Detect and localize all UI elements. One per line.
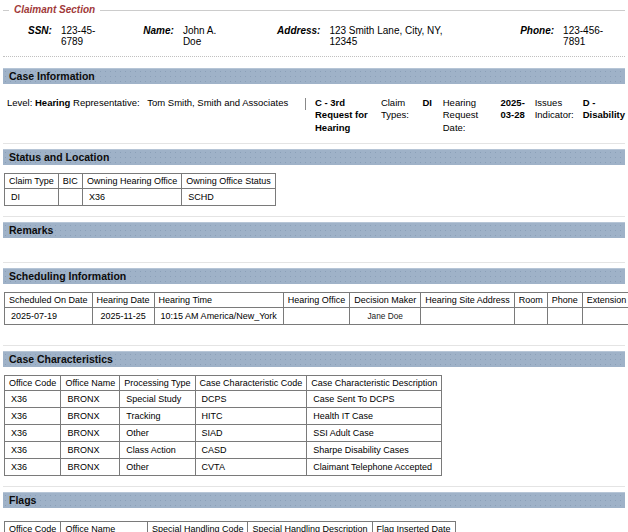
table-cell: 10:15 AM America/New_York: [154, 308, 283, 325]
status-and-location-section: Status and Location Claim TypeBICOwning …: [3, 149, 625, 217]
column-header: Owning Office Status: [182, 174, 275, 189]
table-cell: Case Sent To DCPS: [307, 391, 442, 408]
column-header: Office Code: [5, 376, 61, 391]
representative-value: Tom Smith, Smith and Associates: [147, 97, 288, 108]
remarks-empty-body: [3, 238, 625, 262]
case-information-header: Case Information: [3, 68, 625, 84]
column-header: Office Code: [5, 522, 61, 532]
column-header: BIC: [58, 174, 82, 189]
table-cell: X36: [82, 189, 181, 206]
table-row: DI X36SCHD: [5, 189, 276, 206]
table-header-row: Office CodeOffice NameSpecial Handling C…: [5, 522, 456, 532]
table-row: X36BRONXTrackingHITCHealth IT Case: [5, 408, 442, 425]
table-cell: X36: [5, 408, 61, 425]
column-header: Decision Maker: [350, 293, 421, 308]
column-header: Special Handling Description: [248, 522, 372, 532]
table-cell: BRONX: [61, 459, 120, 476]
level-value: Hearing: [35, 97, 70, 108]
claim-types-value: DI: [422, 97, 433, 109]
table-cell: Class Action: [120, 442, 195, 459]
status-and-location-table: Claim TypeBICOwning Hearing OfficeOwning…: [4, 173, 276, 206]
table-cell: [547, 308, 582, 325]
column-header: Claim Type: [5, 174, 59, 189]
scheduling-information-section: Scheduling Information Scheduled On Date…: [3, 268, 625, 346]
table-cell: X36: [5, 442, 61, 459]
case-details-page: Claimant Section SSN: 123-45-6789 Name: …: [3, 10, 625, 532]
request-type-value: C - 3rd Request for Hearing: [315, 97, 372, 134]
column-header: Processing Type: [120, 376, 195, 391]
table-cell: Health IT Case: [307, 408, 442, 425]
table-cell: [582, 308, 628, 325]
flags-table: Office CodeOffice NameSpecial Handling C…: [4, 521, 456, 532]
table-cell: CVTA: [195, 459, 307, 476]
phone-label: Phone:: [520, 25, 554, 36]
case-information-section: Case Information Level: Hearing Represen…: [3, 68, 625, 144]
table-cell: BRONX: [61, 408, 120, 425]
case-characteristics-header: Case Characteristics: [3, 351, 625, 367]
table-cell: [421, 308, 515, 325]
ssn-label: SSN:: [28, 25, 52, 36]
issues-indicator-label: Issues Indicator:: [535, 97, 574, 122]
table-cell: [283, 308, 349, 325]
scheduling-information-table: Scheduled On DateHearing DateHearing Tim…: [4, 292, 628, 325]
table-cell: X36: [5, 459, 61, 476]
table-cell: [514, 308, 547, 325]
level-label: Level:: [7, 97, 32, 108]
case-characteristics-section: Case Characteristics Office CodeOffice N…: [3, 351, 625, 487]
column-header: Office Name: [61, 376, 120, 391]
table-cell: CASD: [195, 442, 307, 459]
ssn-value: 123-45-6789: [61, 25, 117, 47]
case-level-group: Level: Hearing Representative: Tom Smith…: [3, 97, 305, 109]
table-cell: 2025-07-19: [5, 308, 93, 325]
column-header: Extension: [582, 293, 628, 308]
status-and-location-header: Status and Location: [3, 149, 625, 165]
table-cell: HITC: [195, 408, 307, 425]
table-cell: SSI Adult Case: [307, 425, 442, 442]
claimant-section-legend: Claimant Section: [9, 4, 100, 15]
table-cell: Special Study: [120, 391, 195, 408]
table-cell: Jane Doe: [350, 308, 421, 325]
claimant-fields-row: SSN: 123-45-6789 Name: John A. Doe Addre…: [3, 25, 625, 47]
address-value: 123 Smith Lane, City, NY, 12345: [329, 25, 472, 47]
table-cell: BRONX: [61, 425, 120, 442]
table-cell: [58, 189, 82, 206]
table-cell: X36: [5, 425, 61, 442]
table-header-row: Scheduled On DateHearing DateHearing Tim…: [5, 293, 628, 308]
scheduling-information-body: Scheduled On DateHearing DateHearing Tim…: [3, 292, 625, 345]
table-cell: DCPS: [195, 391, 307, 408]
table-row: X36BRONXSpecial StudyDCPSCase Sent To DC…: [5, 391, 442, 408]
scheduling-information-header: Scheduling Information: [3, 268, 625, 284]
table-cell: SIAD: [195, 425, 307, 442]
remarks-header: Remarks: [3, 222, 625, 238]
table-cell: Tracking: [120, 408, 195, 425]
table-cell: Sharpe Disability Cases: [307, 442, 442, 459]
claim-types-label: Claim Types:: [381, 97, 414, 122]
table-cell: Other: [120, 425, 195, 442]
column-header: Room: [514, 293, 547, 308]
column-header: Hearing Time: [154, 293, 283, 308]
case-characteristics-table: Office CodeOffice NameProcessing TypeCas…: [4, 375, 442, 476]
flags-section: Flags Office CodeOffice NameSpecial Hand…: [3, 492, 625, 532]
column-header: Hearing Office: [283, 293, 349, 308]
column-header: Hearing Site Address: [421, 293, 515, 308]
case-information-row: Level: Hearing Representative: Tom Smith…: [3, 97, 625, 143]
column-header: Scheduled On Date: [5, 293, 93, 308]
table-cell: Other: [120, 459, 195, 476]
table-cell: BRONX: [61, 442, 120, 459]
address-label: Address:: [277, 25, 320, 36]
name-label: Name:: [143, 25, 174, 36]
column-header: Phone: [547, 293, 582, 308]
issues-indicator-value: D - Disability: [583, 97, 625, 122]
phone-value: 123-456-7891: [563, 25, 625, 47]
column-header: Case Characteristic Description: [307, 376, 442, 391]
hearing-request-date-label: Hearing Request Date:: [443, 97, 492, 134]
column-header: Case Characteristic Code: [195, 376, 307, 391]
column-header: Flag Inserted Date: [372, 522, 455, 532]
representative-label: Representative:: [73, 97, 140, 108]
table-cell: X36: [5, 391, 61, 408]
table-cell: BRONX: [61, 391, 120, 408]
column-header: Office Name: [61, 522, 148, 532]
table-cell: SCHD: [182, 189, 275, 206]
claimant-section: Claimant Section SSN: 123-45-6789 Name: …: [3, 10, 625, 57]
table-row: X36BRONXOtherCVTAClaimant Telephone Acce…: [5, 459, 442, 476]
